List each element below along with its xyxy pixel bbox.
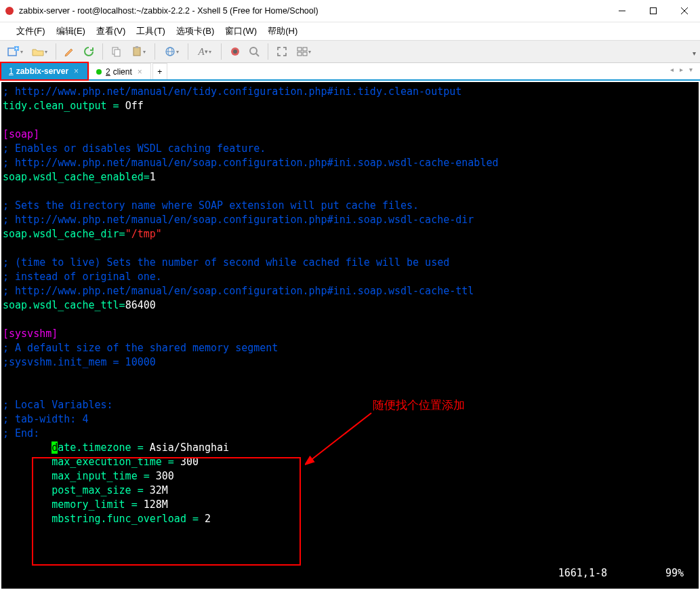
tab-nav-arrows[interactable]: ◂ ▸ ▾ <box>670 66 695 73</box>
svg-rect-10 <box>115 50 120 56</box>
window-title: zabbix-server - root@localhost:~/zabbix-… <box>19 6 606 16</box>
close-button[interactable] <box>669 0 700 22</box>
menu-edit[interactable]: 编辑(E) <box>51 24 91 39</box>
svg-line-19 <box>256 54 259 56</box>
maximize-button[interactable] <box>638 0 669 22</box>
svg-rect-23 <box>303 52 307 56</box>
highlight-icon[interactable] <box>247 45 261 58</box>
copy-icon[interactable] <box>110 45 123 58</box>
tab-zabbix-server[interactable]: 1 zabbix-server × <box>1 63 87 79</box>
svg-rect-2 <box>651 8 657 14</box>
menu-file[interactable]: 文件(F) <box>11 24 51 39</box>
annotation-text: 随便找个位置添加 <box>373 398 465 412</box>
toolbar-overflow-icon[interactable]: ▾ <box>692 46 696 58</box>
reconnect-icon[interactable] <box>82 45 96 58</box>
menu-window[interactable]: 窗口(W) <box>220 24 262 39</box>
tab-label: client <box>113 67 132 77</box>
scroll-percent: 99% <box>665 566 684 581</box>
toolbar-separator <box>268 43 268 60</box>
menu-tabs[interactable]: 选项卡(B) <box>171 24 220 39</box>
menu-help[interactable]: 帮助(H) <box>262 24 303 39</box>
toolbar-separator <box>188 43 188 60</box>
tab-index: 2 <box>106 67 110 77</box>
svg-line-24 <box>310 413 371 460</box>
annotation-arrow-icon <box>305 408 379 469</box>
svg-point-0 <box>5 7 14 15</box>
toolbar-separator <box>102 43 103 60</box>
svg-rect-22 <box>297 52 302 56</box>
tab-label: zabbix-server <box>16 66 68 76</box>
svg-point-18 <box>250 47 257 54</box>
tab-strip: 1 zabbix-server × 2 client × + ◂ ▸ ▾ <box>0 63 700 81</box>
title-bar: zabbix-server - root@localhost:~/zabbix-… <box>0 0 700 22</box>
edit-icon[interactable] <box>63 45 77 58</box>
tab-close-icon[interactable]: × <box>74 66 79 76</box>
svg-rect-11 <box>133 47 140 56</box>
toolbar-separator <box>155 43 155 60</box>
menu-bar: 文件(F) 编辑(E) 查看(V) 工具(T) 选项卡(B) 窗口(W) 帮助(… <box>0 22 700 40</box>
cursor-position: 1661,1-8 <box>558 566 607 581</box>
svg-rect-12 <box>136 46 138 48</box>
paste-icon[interactable]: ▾ <box>129 45 148 58</box>
layout-icon[interactable]: ▾ <box>294 45 313 58</box>
menu-tools[interactable]: 工具(T) <box>131 24 171 39</box>
svg-rect-21 <box>303 47 307 51</box>
toolbar-separator <box>56 43 56 60</box>
window-controls <box>606 0 700 22</box>
toolbar-separator <box>221 43 222 60</box>
minimize-button[interactable] <box>606 0 638 22</box>
svg-rect-20 <box>297 47 302 51</box>
globe-icon[interactable]: ▾ <box>162 45 181 58</box>
status-dot-icon <box>96 69 102 75</box>
terminal-view[interactable]: ; http://www.php.net/manual/en/tidy.conf… <box>1 82 699 589</box>
color-scheme-icon[interactable] <box>228 45 242 58</box>
new-tab-button[interactable]: + <box>152 63 167 79</box>
toolbar: ▾ ▾ ▾ ▾ A▾▾ ▾ ▾ <box>0 40 700 63</box>
fullscreen-icon[interactable] <box>275 45 289 58</box>
menu-view[interactable]: 查看(V) <box>91 24 131 39</box>
highlight-box <box>32 457 301 566</box>
font-icon[interactable]: A▾▾ <box>195 45 214 58</box>
new-session-icon[interactable]: ▾ <box>5 45 24 58</box>
open-session-icon[interactable]: ▾ <box>30 45 49 58</box>
tab-close-icon[interactable]: × <box>138 67 142 77</box>
app-icon <box>4 5 15 16</box>
svg-point-17 <box>233 50 237 54</box>
tab-client[interactable]: 2 client × <box>89 63 151 79</box>
tab-index: 1 <box>9 66 14 76</box>
